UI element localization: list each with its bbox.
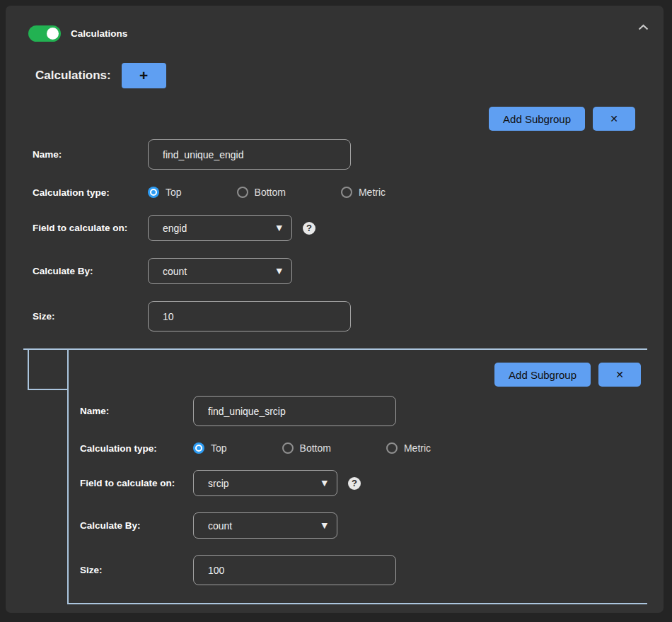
close-icon: ✕ (615, 369, 624, 380)
radio-option-bottom[interactable]: Bottom (237, 187, 286, 198)
calculations-heading: Calculations: (35, 69, 111, 83)
dropdown-arrow-icon: ▼ (322, 521, 328, 530)
field-to-calculate-row: Field to calculate on: srcip ▼ ? (80, 470, 647, 496)
calculate-by-label: Calculate By: (80, 520, 193, 531)
toggle-label: Calculations (71, 28, 127, 39)
radio-label-bottom: Bottom (255, 187, 286, 198)
radio-option-metric[interactable]: Metric (386, 442, 431, 454)
name-label: Name: (80, 406, 193, 416)
name-input[interactable] (193, 396, 396, 426)
calculate-by-select[interactable]: count ▼ (193, 512, 337, 539)
radio-unselected-icon (386, 442, 398, 454)
radio-label-top: Top (211, 442, 227, 454)
name-label: Name: (33, 149, 148, 160)
name-row: Name: (80, 396, 647, 426)
add-subgroup-button[interactable]: Add Subgroup (489, 107, 585, 131)
size-label: Size: (80, 565, 193, 575)
size-label: Size: (33, 311, 148, 322)
radio-option-top[interactable]: Top (148, 187, 182, 198)
size-row: Size: (80, 555, 647, 585)
add-calculation-button[interactable]: + (122, 63, 166, 88)
calculation-type-row: Calculation type: Top Bottom Metric (80, 442, 647, 454)
radio-label-bottom: Bottom (300, 442, 331, 454)
radio-label-metric: Metric (404, 442, 431, 454)
radio-option-top[interactable]: Top (193, 442, 227, 454)
group-2-actions: Add Subgroup ✕ (69, 363, 641, 387)
remove-group-button[interactable]: ✕ (598, 363, 641, 387)
calculate-by-value: count (208, 520, 232, 532)
help-icon[interactable]: ? (348, 477, 361, 490)
calculate-by-value: count (163, 266, 187, 277)
subgroup-tree-handle (28, 350, 67, 390)
size-row: Size: (33, 301, 664, 331)
name-row: Name: (33, 139, 664, 170)
remove-group-button[interactable]: ✕ (593, 107, 635, 131)
calculation-group-1: Add Subgroup ✕ Name: Calculation type: T… (6, 107, 664, 604)
field-to-calculate-row: Field to calculate on: engid ▼ ? (33, 215, 664, 241)
calculation-group-2: Add Subgroup ✕ Name: Calculation type: T… (67, 350, 647, 604)
size-input[interactable] (193, 555, 396, 585)
panel-header: Calculations (6, 6, 664, 42)
size-input[interactable] (148, 301, 351, 331)
calculate-by-select[interactable]: count ▼ (148, 258, 292, 284)
calculations-panel: Calculations Calculations: + Add Subgrou… (6, 6, 664, 613)
dropdown-arrow-icon: ▼ (277, 223, 282, 233)
field-to-calculate-value: engid (163, 223, 187, 234)
dropdown-arrow-icon: ▼ (277, 266, 282, 276)
radio-selected-icon (193, 442, 204, 454)
calculate-by-label: Calculate By: (33, 266, 148, 276)
calculation-type-label: Calculation type: (80, 443, 193, 454)
radio-unselected-icon (341, 187, 352, 198)
calculate-by-row: Calculate By: count ▼ (80, 512, 647, 539)
field-to-calculate-select[interactable]: engid ▼ (148, 215, 292, 241)
calculate-by-row: Calculate By: count ▼ (33, 258, 664, 284)
add-subgroup-button[interactable]: Add Subgroup (494, 363, 591, 387)
field-to-calculate-label: Field to calculate on: (33, 223, 148, 233)
calculations-toggle[interactable] (28, 25, 61, 42)
toggle-knob-icon (47, 28, 59, 40)
radio-unselected-icon (282, 442, 294, 454)
radio-label-top: Top (166, 187, 182, 198)
field-to-calculate-select[interactable]: srcip ▼ (193, 470, 337, 496)
calculation-type-row: Calculation type: Top Bottom Metric (33, 187, 664, 198)
close-icon: ✕ (610, 113, 618, 124)
calculation-type-radio-group: Top Bottom Metric (148, 187, 386, 198)
radio-unselected-icon (237, 187, 248, 198)
chevron-up-icon[interactable] (637, 24, 649, 31)
radio-option-bottom[interactable]: Bottom (282, 442, 331, 454)
subgroup-container: Add Subgroup ✕ Name: Calculation type: T… (23, 348, 647, 604)
field-to-calculate-label: Field to calculate on: (80, 478, 193, 488)
help-icon[interactable]: ? (303, 222, 315, 235)
radio-option-metric[interactable]: Metric (341, 187, 386, 198)
dropdown-arrow-icon: ▼ (322, 479, 328, 488)
calculation-type-radio-group: Top Bottom Metric (193, 442, 431, 454)
name-input[interactable] (148, 139, 351, 170)
group-1-actions: Add Subgroup ✕ (6, 107, 635, 131)
calculation-type-label: Calculation type: (33, 187, 148, 198)
field-to-calculate-value: srcip (208, 478, 229, 489)
radio-selected-icon (148, 187, 159, 198)
calculations-heading-row: Calculations: + (35, 63, 664, 88)
radio-label-metric: Metric (359, 187, 386, 198)
